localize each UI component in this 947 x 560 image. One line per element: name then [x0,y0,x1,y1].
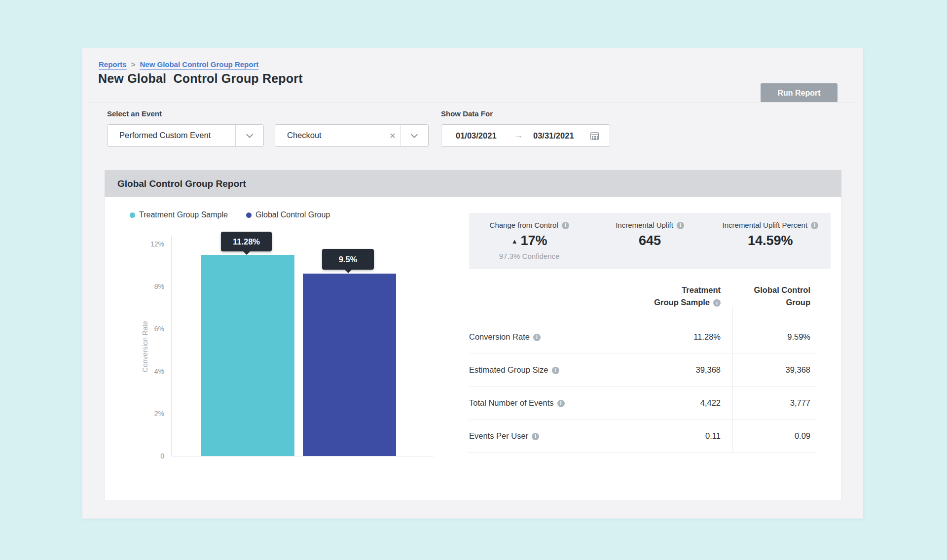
date-range-picker[interactable]: 01/03/2021 → 03/31/2021 [441,124,610,147]
cell-treatment: 11.28% [603,332,732,342]
bar-value-tooltip-treatment: 11.28% [221,232,272,251]
cell-control: 39,368 [732,365,817,375]
comparison-table: Treatment Group Samplei Global Control G… [469,282,817,453]
y-tick-label: 8% [120,282,164,290]
info-icon[interactable]: i [557,400,565,407]
stat-value: 17% [521,233,547,248]
stat-value: 14.59% [710,233,831,248]
date-start-input[interactable]: 01/03/2021 [456,131,497,140]
info-icon[interactable]: i [677,222,684,229]
stat-label: Incremental Uplift [616,221,673,229]
arrow-up-icon: ▲ [511,238,518,245]
breadcrumb-link-reports[interactable]: Reports [99,60,127,69]
info-icon[interactable]: i [532,433,539,440]
report-card: Reports>New Global Control Group Report … [82,48,863,519]
legend-label-treatment: Treatment Group Sample [139,210,228,219]
row-label: Total Number of Events [469,398,554,407]
legend-label-control: Global Control Group [255,210,330,219]
stat-change-from-control: Change from Controli ▲17% 97.3% Confiden… [469,213,589,269]
y-axis-line [171,236,172,456]
stat-incremental-uplift-percent: Incremental Uplift Percenti 14.59% [710,213,831,269]
col-header-line: Treatment [682,285,721,294]
select-divider [400,125,401,146]
col-header-treatment: Treatment Group Samplei [603,282,732,309]
cell-control: 9.59% [732,332,817,342]
row-label: Events Per User [469,431,528,440]
row-label: Estimated Group Size [469,365,548,374]
y-tick-label: 6% [120,325,164,333]
stat-incremental-uplift: Incremental Uplifti 645 [589,213,710,269]
stat-label: Change from Control [490,221,558,229]
y-tick-label: 2% [120,410,164,418]
cell-control: 3,777 [732,398,817,408]
show-data-for-label: Show Data For [441,109,493,118]
clear-selection-icon[interactable]: × [390,129,396,142]
event-type-value: Performed Custom Event [119,131,211,140]
col-header-line: Global Control [754,285,810,294]
panel-body: Treatment Group Sample Global Control Gr… [105,197,841,500]
table-column-divider [732,307,733,452]
col-header-line: Group [786,298,811,307]
panel-title: Global Control Group Report [117,178,246,189]
table-row: Estimated Group Sizei 39,368 39,368 [469,353,817,386]
info-icon[interactable]: i [562,222,569,229]
info-icon[interactable]: i [811,222,818,229]
title-divider [88,102,857,103]
calendar-icon[interactable] [590,132,599,140]
event-name-value: Checkout [287,131,322,140]
select-event-label: Select an Event [107,109,162,118]
chevron-down-icon[interactable] [411,131,418,138]
breadcrumb-separator-icon: > [131,60,136,69]
info-icon[interactable]: i [533,334,541,341]
table-row: Total Number of Eventsi 4,422 3,777 [469,386,817,420]
bar-treatment-group-sample [201,255,294,456]
cell-control: 0.09 [732,431,817,441]
page-title: New Global Control Group Report [98,71,303,86]
chevron-down-icon[interactable] [246,131,253,138]
date-end-input[interactable]: 03/31/2021 [533,131,574,140]
arrow-right-icon: → [514,131,523,140]
breadcrumb: Reports>New Global Control Group Report [99,60,258,69]
stat-value: 645 [589,233,710,248]
table-row: Events Per Useri 0.11 0.09 [469,420,817,453]
run-report-button[interactable]: Run Report [761,83,838,103]
table-row: Conversion Ratei 11.28% 9.59% [469,320,817,353]
stat-label: Incremental Uplift Percent [723,221,808,229]
info-icon[interactable]: i [552,367,559,374]
panel-header: Global Control Group Report [105,170,841,197]
legend-item-control[interactable]: Global Control Group [246,210,330,219]
summary-stats-strip: Change from Controli ▲17% 97.3% Confiden… [469,213,831,269]
cell-treatment: 39,368 [603,365,732,375]
breadcrumb-link-current[interactable]: New Global Control Group Report [140,60,258,69]
bar-value-tooltip-control: 9.5% [322,249,374,270]
event-name-select[interactable]: Checkout × [275,124,429,147]
y-tick-label: 12% [120,240,164,248]
y-tick-label: 4% [120,367,164,375]
select-divider [235,125,236,146]
row-label: Conversion Rate [469,332,530,341]
info-icon[interactable]: i [713,299,721,307]
y-tick-label: 0 [120,452,164,460]
col-header-line: Group Sample [654,298,710,307]
cell-treatment: 4,422 [603,398,732,408]
legend-dot-treatment-icon [130,212,135,218]
confidence-text: 97.3% Confidence [469,252,589,260]
event-type-select[interactable]: Performed Custom Event [107,124,264,147]
table-header-row: Treatment Group Samplei Global Control G… [469,282,817,320]
col-header-control: Global Control Group [732,282,817,309]
x-axis-line [171,456,434,456]
legend-item-treatment[interactable]: Treatment Group Sample [130,210,228,219]
cell-treatment: 0.11 [603,431,732,441]
bar-global-control-group [303,274,396,456]
global-control-group-report-panel: Global Control Group Report Treatment Gr… [105,170,841,500]
legend-dot-control-icon [246,212,252,218]
